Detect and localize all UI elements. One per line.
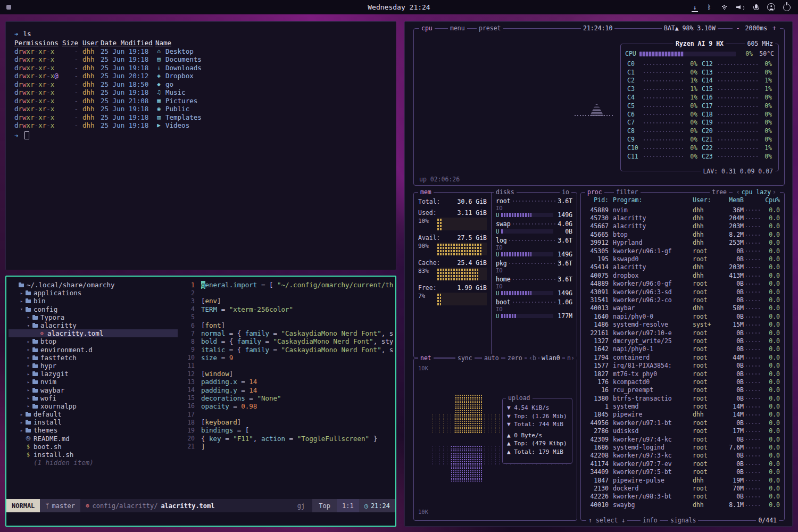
process-row[interactable]: 44889 kworker/u96:0-gf root 0B 0.0 — [585, 280, 780, 288]
process-row[interactable]: 44956 kworker/u97:1-bt root 0B 0.0 — [585, 419, 780, 427]
code-line[interactable]: 13 padding.x = 14 — [178, 378, 395, 386]
sort-prev-icon[interactable]: ‹ — [735, 188, 742, 196]
wifi-icon[interactable] — [720, 4, 728, 10]
tree-item[interactable]: ▸ Typora — [9, 313, 178, 321]
process-row[interactable]: 45414 alacritty dhh 203M 0.0 — [585, 263, 780, 271]
process-row[interactable]: 45667 alacritty dhh 203M 0.0 — [585, 222, 780, 230]
process-row[interactable]: 45730 alacritty dhh 204M 0.0 — [585, 214, 780, 222]
workspace-indicator[interactable] — [6, 5, 11, 10]
process-row[interactable]: 1327 dmcrypt_write/25 root 0B 0.0 — [585, 337, 780, 345]
tree-item[interactable]: ▸ applications — [9, 289, 178, 297]
code-line[interactable]: 14 padding.y = 14 — [178, 386, 395, 394]
process-row[interactable]: 1486 systemd-resolve syst+ 15M 0.0 — [585, 320, 780, 328]
mic-icon[interactable] — [753, 3, 759, 12]
bluetooth-icon[interactable]: ᛒ — [706, 3, 712, 12]
user-icon[interactable] — [767, 3, 775, 11]
net-next-key[interactable]: n› — [565, 354, 577, 362]
process-row[interactable]: 1 systemd root 14M 0.0 — [585, 402, 780, 410]
filter-button[interactable]: filter — [614, 188, 641, 196]
tree-item[interactable]: ▸ nvim — [9, 378, 178, 386]
code-line[interactable]: 19 bindings = [ — [178, 426, 395, 434]
tree-item[interactable]: ▸ btop — [9, 337, 178, 345]
interval-decrease-button[interactable]: - — [735, 24, 742, 32]
tree-item[interactable]: ▸ waybar — [9, 386, 178, 394]
process-row[interactable]: 31541 kworker/u96:2-co root 0B 0.0 — [585, 296, 780, 304]
tree-item[interactable]: $ install.sh — [9, 451, 178, 459]
tree-item[interactable]: ▸ hypr — [9, 362, 178, 370]
editor-window[interactable]: ~/.local/share/omarchy ▸ applications ▸ … — [5, 276, 396, 527]
process-row[interactable]: 2130 dockerd root 70M 0.0 — [585, 484, 780, 492]
info-button[interactable]: info — [641, 517, 660, 525]
code-line[interactable]: 15 decorations = "None" — [178, 394, 395, 402]
code-line[interactable]: 6 [font] — [178, 321, 395, 329]
code-line[interactable]: 18 [keyboard] — [178, 418, 395, 426]
code-line[interactable]: 20 { key = "F11", action = "ToggleFullsc… — [178, 435, 395, 443]
code-line[interactable]: 3 [env] — [178, 297, 395, 305]
process-row[interactable]: 40010 swaybg dhh 8.1M 0.0 — [585, 501, 780, 509]
git-branch[interactable]: ᛘ master — [40, 499, 80, 512]
code-line[interactable]: 1 general.import = [ "~/.config/omarchy/… — [178, 281, 395, 289]
process-row[interactable]: 1577 irq/81-PIXA3854: root 0B 0.0 — [585, 361, 780, 369]
process-row[interactable]: 1642 napi/phy0-1 root 0B 0.0 — [585, 345, 780, 353]
process-row[interactable]: 1640 napi/phy0-0 root 0B 0.0 — [585, 312, 780, 320]
process-row[interactable]: 2786 udisksd root 17M 0.0 — [585, 427, 780, 435]
process-row[interactable]: 39912 Hyprland dhh 253M 0.0 — [585, 239, 780, 247]
tree-item[interactable]: ▾ alacritty — [9, 321, 178, 329]
code-line[interactable]: 21 ] — [178, 443, 395, 451]
net-zero-toggle[interactable]: zero — [505, 354, 525, 362]
process-row[interactable]: 22161 kworker/u97:10-e root 0B 0.0 — [585, 329, 780, 337]
select-control[interactable]: ↑ select ↓ — [586, 517, 627, 525]
tree-item[interactable]: ▸ fastfetch — [9, 354, 178, 362]
net-auto-toggle[interactable]: auto — [482, 354, 501, 362]
net-interface[interactable]: wlan0 — [539, 354, 562, 362]
tree-item[interactable]: ~/.local/share/omarchy — [9, 281, 178, 289]
code-line[interactable]: 11 — [178, 362, 395, 370]
terminal-window-ls[interactable]: ➔ ls Permissions Size User Date Modified… — [5, 21, 396, 270]
process-row[interactable]: 45665 btop dhh 8.2M 0.0 — [585, 230, 780, 238]
process-row[interactable]: 41174 kworker/u97:7-ev root 0B 0.0 — [585, 460, 780, 468]
process-row[interactable]: 1847 pipewire-pulse dhh 19M 0.0 — [585, 476, 780, 484]
proc-col-mem[interactable]: MemB — [720, 196, 744, 204]
process-row[interactable]: 1845 pipewire dhh 14M 0.0 — [585, 411, 780, 419]
tree-item[interactable]: ▸ lazygit — [9, 370, 178, 378]
sort-selector[interactable]: ‹cpu lazy› — [733, 188, 780, 196]
process-row[interactable]: 45889 nvim dhh 36M 0.0 — [585, 206, 780, 214]
tree-item[interactable]: $ boot.sh — [9, 443, 178, 451]
system-monitor-window[interactable]: cpu menu preset 21:24:10 BAT▲ 98% 3.10W … — [404, 21, 793, 527]
code-line[interactable]: 17 — [178, 410, 395, 418]
process-row[interactable]: 40075 dropbox dhh 413M 0.0 — [585, 271, 780, 279]
tree-item[interactable]: ▾ config — [9, 305, 178, 313]
tree-item[interactable]: ▸ environment.d — [9, 346, 178, 354]
process-row[interactable]: 16 rcu_preempt root 0B 0.0 — [585, 386, 780, 394]
code-line[interactable]: 9 italic = { family = "CaskaydiaMono Ner… — [178, 346, 395, 354]
terminal-cursor[interactable] — [24, 131, 29, 139]
menu-button[interactable]: menu — [448, 24, 467, 32]
code-line[interactable]: 10 size = 9 — [178, 354, 395, 362]
tree-item[interactable]: ⚙ alacritty.toml — [9, 329, 178, 337]
proc-col-pid[interactable]: Pid: — [585, 196, 609, 204]
code-line[interactable]: 2 — [178, 289, 395, 297]
tree-toggle[interactable]: tree — [710, 188, 729, 196]
tree-item[interactable]: (1 hidden item) — [9, 459, 178, 467]
code-line[interactable]: 7 normal = { family = "CaskaydiaMono Ner… — [178, 329, 395, 337]
proc-col-program[interactable]: Program: — [613, 196, 693, 204]
code-line[interactable]: 4 TERM = "xterm-256color" — [178, 305, 395, 313]
process-row[interactable]: 42226 kworker/u98:3-bt root 0B 0.0 — [585, 493, 780, 501]
tree-item[interactable]: ▸ bin — [9, 297, 178, 305]
preset-button[interactable]: preset — [477, 24, 503, 32]
process-row[interactable]: 43091 kworker/u96:3-sd root 0B 0.0 — [585, 288, 780, 296]
proc-col-user[interactable]: User: — [693, 196, 720, 204]
signals-button[interactable]: signals — [668, 517, 698, 525]
proc-col-cpu[interactable]: Cpu% — [763, 196, 780, 204]
process-row[interactable]: 42208 kworker/u97:3-kc root 0B 0.0 — [585, 452, 780, 460]
tree-item[interactable]: ▸ xournalpp — [9, 402, 178, 410]
code-line[interactable]: 16 opacity = 0.98 — [178, 402, 395, 410]
code-editor-pane[interactable]: 1 general.import = [ "~/.config/omarchy/… — [178, 277, 395, 499]
process-row[interactable]: 176 kcompactd0 root 0B 0.0 — [585, 378, 780, 386]
net-prev-key[interactable]: ‹b — [527, 354, 538, 362]
process-row[interactable]: 1686 systemd-logind root 7.6M 0.0 — [585, 443, 780, 451]
code-line[interactable]: 5 — [178, 313, 395, 321]
process-row[interactable]: 40013 waybar dhh 58M 0.0 — [585, 304, 780, 312]
tree-item[interactable]: ▸ wofi — [9, 394, 178, 402]
process-row[interactable]: 195 kswapd0 root 0B 0.0 — [585, 255, 780, 263]
